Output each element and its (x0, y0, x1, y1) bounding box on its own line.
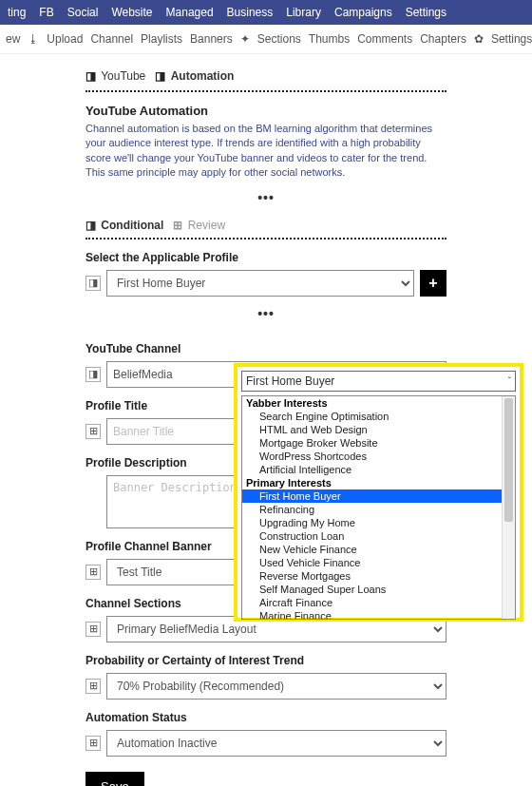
dropdown-option[interactable]: Used Vehicle Finance (242, 556, 515, 569)
gear-icon[interactable]: ✿ (474, 32, 484, 46)
breadcrumb-item-active: Automation (171, 69, 235, 83)
toolbar-item[interactable]: Playlists (141, 32, 182, 46)
breadcrumb-item[interactable]: YouTube (101, 69, 145, 83)
add-profile-button[interactable]: + (420, 270, 446, 297)
toolbar-item[interactable]: Banners (190, 32, 233, 46)
automation-status-select[interactable]: Automation Inactive (106, 730, 446, 757)
toolbar-item[interactable]: Settings (491, 32, 532, 46)
dropdown-option[interactable]: HTML and Web Design (242, 423, 515, 436)
toolbar-item[interactable]: Chapters (420, 32, 466, 46)
expand-icon[interactable]: ◨ (86, 367, 101, 382)
nav-item[interactable]: Library (286, 6, 321, 19)
dropdown-option[interactable]: Construction Loan (242, 529, 515, 543)
nav-item[interactable]: FB (39, 6, 53, 19)
dropdown-option[interactable]: Artificial Intelligence (242, 463, 515, 476)
nav-item[interactable]: Managed (166, 6, 214, 19)
dropdown-option[interactable]: Mortgage Broker Website (242, 436, 515, 450)
divider (86, 238, 446, 240)
profile-label: Select the Applicable Profile (86, 251, 446, 264)
option-group: Yabber Interests (242, 396, 515, 410)
dropdown-option[interactable]: Upgrading My Home (242, 516, 515, 529)
toolbar-item[interactable]: Upload (47, 32, 83, 46)
expand-icon[interactable]: ⊞ (86, 565, 101, 580)
expand-icon[interactable]: ⊞ (86, 679, 101, 694)
chevron-down-icon: ˇ (508, 376, 511, 387)
dropdown-option[interactable]: WordPress Shortcodes (242, 450, 515, 463)
sub-breadcrumb: ◨ Conditional ⊞ Review (86, 215, 446, 236)
expand-icon[interactable]: ⊞ (86, 736, 101, 751)
dropdown-option[interactable]: Refinancing (242, 503, 515, 516)
dropdown-highlight: First Home Buyer ˇ Yabber Interests Sear… (234, 363, 523, 622)
nav-item[interactable]: Campaigns (334, 6, 392, 19)
page-description: Channel automation is based on the BM le… (86, 122, 446, 181)
sub-breadcrumb-item[interactable]: Conditional (101, 219, 163, 232)
toolbar-item[interactable]: Sections (257, 32, 301, 46)
dropdown-selected-label: First Home Buyer (246, 374, 334, 388)
plus-square-icon[interactable]: ◨ (155, 69, 165, 83)
save-button[interactable]: Save (86, 772, 144, 786)
expand-icon[interactable]: ◨ (86, 276, 101, 291)
profile-select[interactable]: First Home Buyer (106, 270, 414, 297)
nav-item[interactable]: Website (111, 6, 152, 19)
youtube-channel-label: YouTube Channel (86, 342, 446, 355)
option-group: Primary Interests (242, 476, 515, 489)
dropdown-option[interactable]: Reverse Mortgages (242, 569, 515, 583)
left-cut-text: ew (6, 32, 20, 46)
top-nav: ting FB Social Website Managed Business … (0, 0, 532, 25)
ellipsis-icon[interactable]: ••• (86, 181, 446, 215)
nav-item[interactable]: Settings (406, 6, 446, 19)
scrollbar-thumb[interactable] (504, 398, 513, 522)
nav-item[interactable]: Business (227, 6, 274, 19)
divider (86, 90, 446, 92)
dropdown-option[interactable]: Self Managed Super Loans (242, 583, 515, 596)
toolbar-item[interactable]: Thumbs (309, 32, 350, 46)
puzzle-icon: ✦ (240, 32, 250, 46)
plus-square-icon[interactable]: ⊞ (173, 219, 182, 232)
dropdown-list[interactable]: Yabber Interests Search Engine Optimisat… (241, 395, 516, 620)
breadcrumb: ◨ YouTube ◨ Automation (86, 64, 446, 88)
dropdown-scrollbar[interactable] (502, 396, 515, 619)
download-icon[interactable]: ⭳ (28, 32, 39, 46)
plus-square-icon[interactable]: ◨ (86, 69, 96, 83)
nav-item[interactable]: Social (67, 6, 99, 19)
dropdown-option[interactable]: Search Engine Optimisation (242, 410, 515, 423)
ellipsis-icon[interactable]: ••• (86, 297, 446, 331)
sub-breadcrumb-item[interactable]: Review (188, 219, 225, 232)
page-title: YouTube Automation (86, 104, 446, 118)
dropdown-option[interactable]: New Vehicle Finance (242, 543, 515, 556)
toolbar-item[interactable]: Comments (357, 32, 412, 46)
dropdown-option-selected[interactable]: First Home Buyer (242, 489, 515, 503)
dropdown-option[interactable]: Aircraft Finance (242, 596, 515, 609)
plus-square-icon[interactable]: ◨ (86, 219, 96, 232)
probability-select[interactable]: 70% Probability (Recommended) (106, 673, 446, 700)
probability-label: Probability or Certainty of Interest Tre… (86, 654, 446, 667)
sub-toolbar: ew ⭳ Upload Channel Playlists Banners ✦ … (0, 25, 532, 54)
expand-icon[interactable]: ⊞ (86, 424, 101, 439)
automation-status-label: Automation Status (86, 711, 446, 724)
expand-icon[interactable]: ⊞ (86, 622, 101, 637)
dropdown-option[interactable]: Marine Finance (242, 609, 515, 620)
dropdown-selected[interactable]: First Home Buyer ˇ (241, 371, 516, 392)
nav-item[interactable]: ting (8, 6, 26, 19)
toolbar-item[interactable]: Channel (90, 32, 133, 46)
